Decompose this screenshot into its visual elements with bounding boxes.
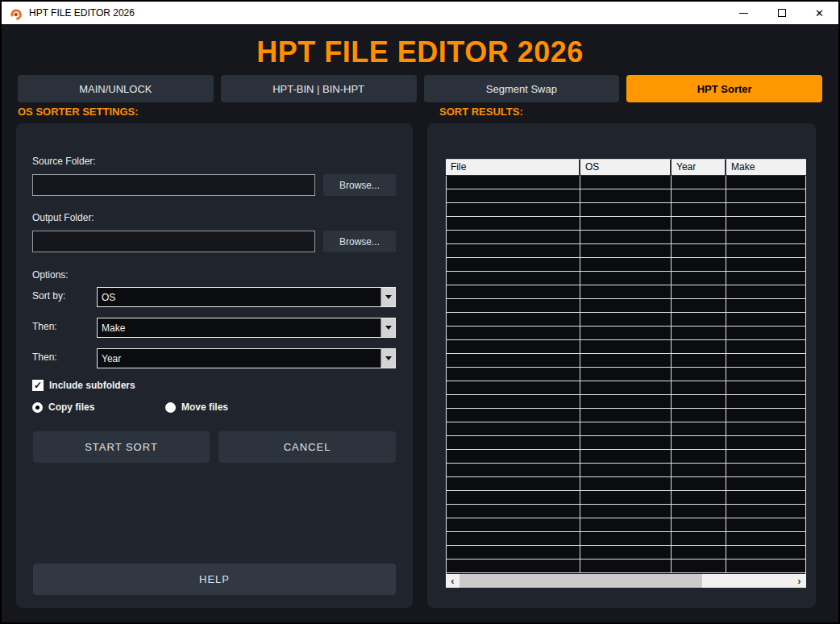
table-cell [672,518,726,531]
table-row [447,560,805,573]
output-folder-label: Output Folder: [32,212,94,223]
options-label: Options: [32,269,69,281]
table-cell [726,244,805,257]
output-browse-button[interactable]: Browse... [323,231,396,252]
table-row [447,327,805,340]
table-cell [726,203,805,216]
move-files-label: Move files [181,401,228,413]
app-logo-icon [9,6,23,20]
then1-value: Make [98,322,380,334]
main-area: HPT FILE EDITOR 2026 MAIN/UNLOCK HPT-BIN… [2,24,838,622]
then1-label: Then: [32,321,57,332]
table-cell [447,217,580,230]
source-browse-button[interactable]: Browse... [323,174,396,196]
table-cell [447,560,580,572]
table-cell [580,409,672,422]
move-files-radio[interactable]: Move files [165,401,228,413]
source-folder-input[interactable] [32,174,315,196]
table-cell [726,532,805,545]
scroll-left-arrow-icon[interactable]: ‹ [446,574,460,588]
output-folder-input[interactable] [32,231,315,252]
sort-by-select[interactable]: OS [97,287,396,307]
table-cell [726,477,805,490]
table-cell [447,450,580,463]
checkbox-check-icon: ✓ [32,380,44,391]
table-cell [726,422,805,435]
minimize-button[interactable] [725,2,763,24]
table-cell [726,409,805,422]
include-subfolders-checkbox[interactable]: ✓ Include subfolders [32,380,135,391]
scrollbar-track[interactable] [460,574,792,588]
table-cell [580,203,672,216]
copy-files-radio[interactable]: Copy files [32,401,94,413]
table-cell [726,272,805,285]
tab-segment-swap[interactable]: Segment Swap [424,75,620,102]
table-cell [672,368,726,381]
table-cell [672,244,726,257]
table-cell [672,285,726,298]
table-row [447,203,805,217]
table-cell [726,176,805,189]
title-bar: HPT FILE EDITOR 2026 ✕ [2,2,838,24]
table-cell [580,340,672,353]
table-row [447,477,805,491]
maximize-button[interactable] [763,2,800,24]
table-cell [447,285,580,298]
table-cell [726,450,805,463]
help-button[interactable]: HELP [33,564,396,595]
table-cell [580,395,672,408]
results-table-header: File OS Year Make [446,159,806,176]
tab-hpt-sorter[interactable]: HPT Sorter [626,75,822,102]
tab-hpt-bin-bin-hpt[interactable]: HPT-BIN | BIN-HPT [221,75,417,102]
table-row [447,368,805,381]
table-cell [672,422,726,435]
table-cell [447,505,580,518]
chevron-down-icon[interactable] [380,318,395,337]
cancel-button[interactable]: CANCEL [218,431,396,463]
table-cell [580,546,672,559]
header-cell-year[interactable]: Year [672,159,726,175]
chevron-down-icon[interactable] [380,349,395,368]
table-row [447,285,805,299]
then1-select[interactable]: Make [97,318,396,338]
table-cell [580,422,672,435]
header-cell-make[interactable]: Make [726,159,806,175]
header-cell-file[interactable]: File [446,159,580,175]
table-cell [672,505,726,518]
table-row [447,532,805,546]
table-cell [580,327,672,339]
table-cell [447,546,580,559]
chevron-down-icon[interactable] [380,288,395,306]
table-cell [672,450,726,463]
tab-main-unlock[interactable]: MAIN/UNLOCK [18,75,214,102]
table-cell [672,409,726,422]
table-cell [672,491,726,504]
scrollbar-thumb[interactable] [460,574,702,588]
table-cell [580,299,672,312]
table-cell [726,354,805,367]
then2-select[interactable]: Year [97,348,396,368]
scroll-right-arrow-icon[interactable]: › [792,574,806,588]
table-cell [672,381,726,394]
start-sort-button[interactable]: START SORT [33,431,210,463]
table-cell [672,395,726,408]
table-cell [447,368,580,381]
table-cell [447,176,580,189]
table-cell [447,491,580,504]
close-button[interactable]: ✕ [800,2,838,24]
table-cell [672,354,726,367]
table-row [447,546,805,560]
results-table-body [446,176,806,574]
sort-results-title: SORT RESULTS: [439,106,523,118]
table-cell [580,518,672,531]
table-row [447,217,805,231]
table-cell [672,231,726,243]
table-cell [447,477,580,490]
table-row [447,409,805,422]
header-cell-os[interactable]: OS [580,159,672,175]
table-cell [447,436,580,449]
table-cell [672,532,726,545]
table-cell [672,546,726,559]
table-cell [672,203,726,216]
results-table: File OS Year Make ‹ › [446,159,806,589]
